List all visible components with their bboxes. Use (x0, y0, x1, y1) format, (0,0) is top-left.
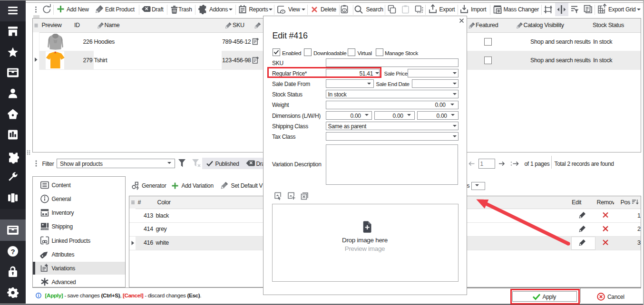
svg-text:?: ? (10, 248, 15, 256)
